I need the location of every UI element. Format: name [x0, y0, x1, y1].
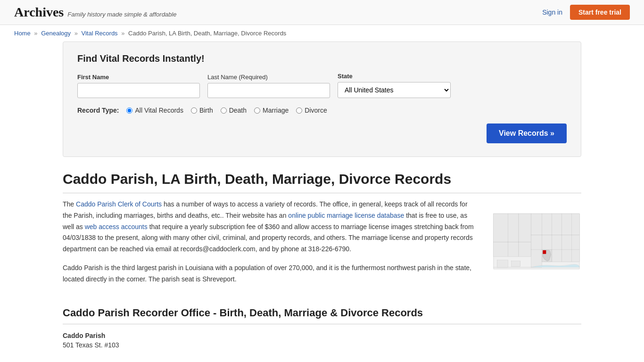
- svg-rect-8: [542, 214, 552, 235]
- state-field-group: State All United StatesAlabamaAlaskaAriz…: [338, 73, 451, 98]
- svg-rect-10: [561, 214, 571, 235]
- svg-rect-19: [561, 249, 571, 262]
- header: Archives Family history made simple & af…: [0, 0, 644, 25]
- radio-marriage-input[interactable]: [254, 107, 260, 114]
- view-records-button[interactable]: View Records »: [487, 123, 567, 143]
- search-fields: First Name Last Name (Required) State Al…: [77, 73, 567, 98]
- radio-death[interactable]: Death: [221, 107, 247, 114]
- svg-rect-2: [508, 214, 519, 242]
- header-right: Sign in Start free trial: [542, 5, 630, 20]
- svg-rect-25: [497, 260, 508, 267]
- radio-all-vital-label: All Vital Records: [135, 107, 183, 114]
- content-area: The Caddo Parish Clerk of Courts has a n…: [63, 199, 581, 293]
- last-name-input[interactable]: [207, 83, 330, 98]
- last-name-label: Last Name (Required): [207, 74, 330, 81]
- radio-marriage[interactable]: Marriage: [254, 107, 289, 114]
- svg-rect-7: [531, 214, 542, 235]
- radio-birth-input[interactable]: [191, 107, 197, 114]
- breadcrumb-home[interactable]: Home: [14, 30, 31, 37]
- state-label: State: [338, 73, 451, 80]
- svg-rect-4: [494, 242, 508, 256]
- page-title: Caddo Parish, LA Birth, Death, Marriage,…: [63, 171, 581, 193]
- svg-rect-9: [552, 214, 561, 235]
- breadcrumb-vital-records[interactable]: Vital Records: [82, 30, 118, 37]
- main-content: Find Vital Records Instantly! First Name…: [49, 41, 595, 362]
- radio-divorce-label: Divorce: [305, 107, 327, 114]
- breadcrumb-genealogy[interactable]: Genealogy: [41, 30, 71, 37]
- record-type-label: Record Type:: [77, 107, 119, 114]
- intro-paragraph-2: Caddo Parish is the third largest parish…: [63, 263, 478, 285]
- recorder-info: Caddo Parish 501 Texas St. #103: [63, 332, 581, 349]
- us-map: [492, 199, 581, 284]
- caddo-clerk-link[interactable]: Caddo Parish Clerk of Courts: [76, 200, 162, 208]
- first-name-input[interactable]: [77, 83, 200, 98]
- search-box: Find Vital Records Instantly! First Name…: [63, 41, 581, 157]
- header-left: Archives Family history made simple & af…: [14, 5, 176, 20]
- radio-birth-label: Birth: [199, 107, 213, 114]
- radio-all-vital[interactable]: All Vital Records: [126, 107, 183, 114]
- recorder-address: 501 Texas St. #103: [63, 341, 581, 349]
- svg-rect-14: [552, 235, 561, 249]
- online-db-link[interactable]: online public marriage license database: [288, 212, 404, 219]
- intro-paragraph-1: The Caddo Parish Clerk of Courts has a n…: [63, 199, 478, 255]
- svg-rect-26: [512, 261, 520, 266]
- svg-rect-13: [542, 235, 552, 249]
- svg-rect-16: [571, 235, 579, 249]
- first-name-label: First Name: [77, 74, 200, 81]
- search-title: Find Vital Records Instantly!: [77, 53, 567, 64]
- section-heading: Caddo Parish Recorder Office - Birth, De…: [63, 307, 581, 324]
- svg-rect-6: [519, 242, 531, 256]
- first-name-field-group: First Name: [77, 74, 200, 98]
- record-type-row: Record Type: All Vital Records Birth Dea…: [77, 107, 567, 114]
- svg-rect-11: [571, 214, 579, 235]
- state-select[interactable]: All United StatesAlabamaAlaskaArizonaArk…: [338, 82, 451, 98]
- breadcrumb-sep-1: »: [34, 30, 37, 37]
- recorder-name: Caddo Parish: [63, 332, 581, 339]
- start-trial-button[interactable]: Start free trial: [570, 5, 630, 20]
- radio-divorce[interactable]: Divorce: [296, 107, 327, 114]
- radio-death-input[interactable]: [221, 107, 227, 114]
- breadcrumb-sep-2: »: [74, 30, 78, 37]
- content-text: The Caddo Parish Clerk of Courts has a n…: [63, 199, 478, 293]
- radio-birth[interactable]: Birth: [191, 107, 213, 114]
- breadcrumb: Home » Genealogy » Vital Records » Caddo…: [0, 25, 644, 41]
- breadcrumb-sep-3: »: [121, 30, 124, 37]
- logo: Archives: [14, 5, 64, 20]
- svg-rect-21: [531, 249, 542, 267]
- svg-rect-3: [519, 214, 531, 242]
- svg-rect-24: [543, 250, 546, 254]
- radio-marriage-label: Marriage: [263, 107, 289, 114]
- svg-rect-5: [508, 242, 519, 256]
- radio-all-vital-input[interactable]: [126, 107, 132, 114]
- tagline: Family history made simple & affordable: [67, 11, 176, 18]
- last-name-field-group: Last Name (Required): [207, 74, 330, 98]
- radio-death-label: Death: [229, 107, 247, 114]
- svg-rect-12: [531, 235, 542, 249]
- search-actions: View Records »: [77, 123, 567, 143]
- svg-rect-1: [494, 214, 508, 242]
- web-access-link[interactable]: web access accounts: [85, 223, 148, 230]
- map-svg: [492, 199, 581, 284]
- svg-rect-20: [571, 249, 579, 262]
- intro-p1-start: The: [63, 200, 76, 208]
- map-container: [492, 199, 581, 293]
- breadcrumb-current: Caddo Parish, LA Birth, Death, Marriage,…: [128, 30, 286, 37]
- radio-divorce-input[interactable]: [296, 107, 302, 114]
- svg-rect-18: [552, 249, 561, 262]
- sign-in-link[interactable]: Sign in: [542, 8, 562, 16]
- svg-rect-15: [561, 235, 571, 249]
